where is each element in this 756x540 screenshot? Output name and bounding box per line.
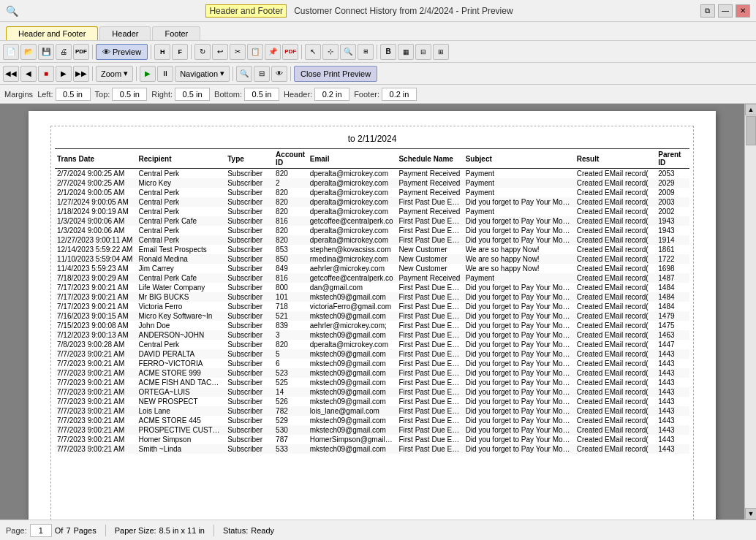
grid-button[interactable]: ⊟ [415,44,431,60]
zoom-in-button[interactable]: 🔍 [340,44,356,60]
minimize-button[interactable]: — [718,4,733,18]
table-cell: Subscriber [225,397,273,406]
close-button[interactable]: ✕ [736,4,750,18]
table-cell: 7/7/2023 9:00:21 AM [55,406,137,416]
table-cell: 521 [273,311,308,321]
first-page-button[interactable]: ◀◀ [3,66,19,82]
page-input[interactable] [30,524,52,537]
preview-icon: 👁 [102,47,110,56]
table-cell: 7/7/2023 9:00:21 AM [55,444,137,454]
new-button[interactable]: 📄 [3,44,19,60]
table-cell: Central Perk Cafe [137,216,226,226]
undo-button[interactable]: ↩ [212,44,228,60]
toolbar-separator-2 [151,45,151,59]
restore-button[interactable]: ⧉ [700,4,715,18]
table-cell: Did you forget to Pay Your Monitoring Bi… [464,292,575,302]
fit-button[interactable]: ⊞ [358,44,374,60]
table-cell: dperalta@microkey.com [308,207,397,216]
bold-button[interactable]: B [380,44,396,60]
tab-header-footer[interactable]: Header and Footer [6,26,98,40]
footer-toggle[interactable]: F [172,44,188,60]
table-cell: Did you forget to Pay Your Monitoring Bi… [464,406,575,416]
table-cell: First Past Due Email [396,349,463,359]
top-input[interactable] [112,88,147,101]
table-cell: dperalta@microkey.com [308,169,397,179]
scroll-bar[interactable]: ▲ ▼ [744,104,756,520]
table-row: 12/27/2023 9:00:11 AMCentral PerkSubscri… [55,235,689,245]
cursor-button[interactable]: ↖ [305,44,321,60]
table-cell: Mr BIG BUCKS [137,292,226,302]
save-button[interactable]: 💾 [38,44,54,60]
preview-button[interactable]: 👁 Preview [96,44,148,60]
table-cell: mkstech09@gmail.com [308,387,397,397]
pause-button[interactable]: ⏸ [157,66,173,82]
tab-header[interactable]: Header [99,26,151,40]
table-row: 7/7/2023 9:00:21 AMORTEGA~LUISSubscriber… [55,387,689,397]
table-body: 2/7/2024 9:00:25 AMCentral PerkSubscribe… [55,169,689,455]
scroll-up-button[interactable]: ▲ [745,104,756,115]
bottom-input[interactable] [244,88,279,101]
border-button[interactable]: ▦ [398,44,414,60]
print-button[interactable]: 🖨 [56,44,72,60]
table-cell: First Past Due Email [396,197,463,207]
open-button[interactable]: 📂 [20,44,37,60]
columns-button[interactable]: ⊟ [254,66,270,82]
right-input[interactable] [175,88,210,101]
table-cell: First Past Due Email [396,292,463,302]
table-cell: Did you forget to Pay Your Monitoring Bi… [464,197,575,207]
last-page-button[interactable]: ▶▶ [73,66,89,82]
eye-button[interactable]: 👁 [271,66,287,82]
header-toggle[interactable]: H [154,44,170,60]
search-button[interactable]: 🔍 [236,66,252,82]
copy-button[interactable]: 📋 [247,44,263,60]
table-cell: PROSPECTIVE CUSTOME [137,425,226,435]
left-input[interactable] [56,88,91,101]
scroll-down-button[interactable]: ▼ [745,508,756,520]
scroll-track[interactable] [745,115,756,508]
table-cell: Created EMail record( [575,302,657,311]
paste-button[interactable]: 📌 [265,44,281,60]
play-button[interactable]: ▶ [140,66,156,82]
paper-size-group: Paper Size: 8.5 in x 11 in [115,526,205,535]
zoom-dropdown[interactable]: Zoom ▾ [96,66,133,82]
table-cell: Created EMail record( [575,254,657,264]
cut-button[interactable]: ✂ [230,44,246,60]
select-button[interactable]: ⊹ [322,44,339,60]
paper-size-label: Paper Size: [115,526,156,535]
table-cell: mkstech09@gmail.com [308,330,397,340]
next-page-button[interactable]: ▶ [56,66,72,82]
table-cell: Subscriber [225,264,273,273]
table-row: 2/7/2024 9:00:25 AMCentral PerkSubscribe… [55,169,689,179]
toolbar1: 📄 📂 💾 🖨 PDF 👁 Preview H F ↻ ↩ ✂ 📋 📌 PDF … [0,41,756,63]
table-row: 7/17/2023 9:00:21 AMVictoria FerroSubscr… [55,302,689,311]
table-cell: Did you forget to Pay Your Monitoring Bi… [464,330,575,340]
pdf2-button[interactable]: PDF [282,44,298,60]
table-cell: 2003 [656,197,689,207]
table-cell: We are so happy Now! [464,264,575,273]
footer-input[interactable] [382,88,417,101]
stop-button[interactable]: ■ [38,66,54,82]
title-bar-left: 🔍 [6,5,18,17]
table-cell: 1443 [656,406,689,416]
table-cell: 14 [273,387,308,397]
margin-bottom-group: Bottom: [214,88,279,101]
table-cell: Jim Carrey [137,264,226,273]
table-row: 7/7/2023 9:00:21 AMDAVID PERALTASubscrib… [55,349,689,359]
preview-area[interactable]: to 2/11/2024 Trans Date Recipient Type A… [0,104,744,520]
pdf-button[interactable]: PDF [73,44,89,60]
tab-footer[interactable]: Footer [152,26,200,40]
scroll-thumb[interactable] [746,116,756,145]
table-cell: 1/18/2024 9:00:19 AM [55,207,137,216]
table-cell: Created EMail record( [575,188,657,197]
toolbar2-sep1 [92,66,93,81]
table-cell: 816 [273,273,308,283]
refresh-button[interactable]: ↻ [194,44,211,60]
table-cell: Subscriber [225,283,273,292]
header-input[interactable] [314,88,349,101]
navigation-dropdown[interactable]: Navigation ▾ [175,66,230,82]
close-preview-button[interactable]: Close Print Preview [294,66,377,82]
margin-footer-group: Footer: [354,88,417,101]
table-button[interactable]: ⊞ [433,44,449,60]
table-cell: First Past Due Email [396,406,463,416]
prev-page-button[interactable]: ◀ [20,66,37,82]
